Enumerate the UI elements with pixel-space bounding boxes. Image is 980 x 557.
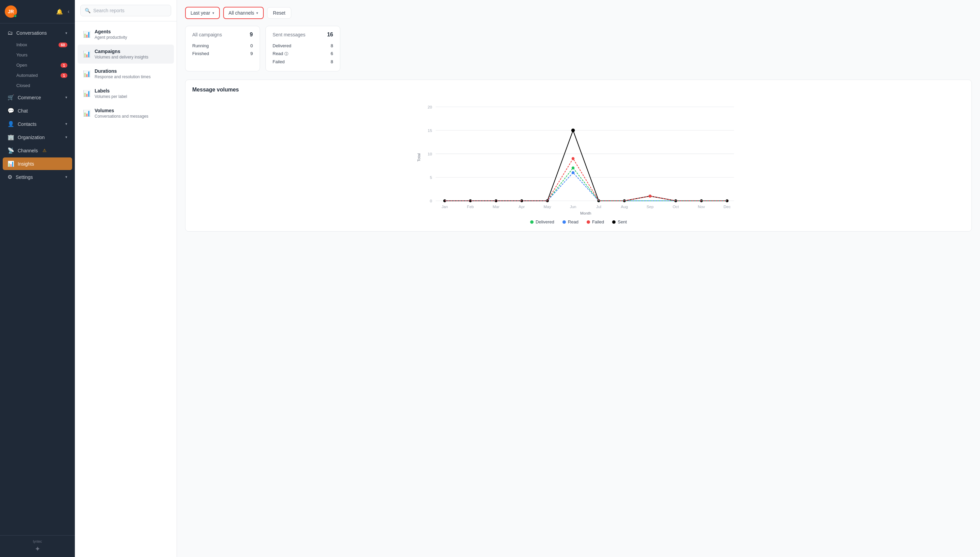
svg-text:Feb: Feb xyxy=(467,204,474,209)
sidebar-header: JR 🔔 ‹ xyxy=(0,0,75,23)
stat-failed: Failed 8 xyxy=(273,58,333,66)
svg-text:Sep: Sep xyxy=(647,204,654,209)
sent-legend-dot xyxy=(612,220,616,224)
legend-failed: Failed xyxy=(586,219,604,225)
report-item-durations[interactable]: 📊 Durations Response and resolution time… xyxy=(78,64,174,83)
sidebar-item-organization[interactable]: 🏢 Organization ▾ xyxy=(3,131,72,143)
report-item-labels[interactable]: 📊 Labels Volumes per label xyxy=(78,84,174,103)
commerce-icon: 🛒 xyxy=(8,94,14,101)
failed-legend-dot xyxy=(586,220,590,224)
svg-text:Apr: Apr xyxy=(519,204,525,209)
period-filter-button[interactable]: Last year ▾ xyxy=(185,7,220,19)
content-area: 🔍 📊 Agents Agent productivity 📊 Campaign… xyxy=(75,0,980,557)
channels-icon: 📡 xyxy=(8,147,14,154)
organization-icon: 🏢 xyxy=(8,134,14,140)
tyntec-brand-label: tyntec xyxy=(33,540,42,543)
volumes-report-icon: 📊 xyxy=(83,109,90,117)
period-chevron-icon: ▾ xyxy=(212,11,214,15)
stat-delivered: Delivered 8 xyxy=(273,42,333,50)
legend-delivered: Delivered xyxy=(530,219,554,225)
sidebar-item-closed[interactable]: Closed xyxy=(3,81,72,90)
svg-text:Jul: Jul xyxy=(596,204,601,209)
sidebar-item-contacts[interactable]: 👤 Contacts ▾ xyxy=(3,118,72,130)
legend-sent: Sent xyxy=(612,219,627,225)
reset-button[interactable]: Reset xyxy=(267,7,291,19)
report-item-volumes[interactable]: 📊 Volumes Conversations and messages xyxy=(78,104,174,123)
sidebar-item-yours[interactable]: Yours xyxy=(3,50,72,60)
sidebar-item-channels[interactable]: 📡 Channels ⚠ xyxy=(3,144,72,157)
chart-legend: Delivered Read Failed Sent xyxy=(192,219,965,225)
contacts-icon: 👤 xyxy=(8,121,14,127)
svg-text:5: 5 xyxy=(430,175,432,179)
svg-text:May: May xyxy=(544,204,551,209)
chevron-down-icon: ▾ xyxy=(65,135,67,139)
automated-badge: 1 xyxy=(60,73,67,78)
campaigns-stats-card: All campaigns 9 Running 0 Finished 9 xyxy=(185,26,260,72)
main-area: 🔍 📊 Agents Agent productivity 📊 Campaign… xyxy=(75,0,980,557)
svg-point-29 xyxy=(571,129,575,132)
chevron-down-icon: ▾ xyxy=(65,175,67,179)
channel-filter-button[interactable]: All channels ▾ xyxy=(223,7,264,19)
notifications-button[interactable]: 🔔 xyxy=(56,8,64,16)
legend-read: Read xyxy=(562,219,578,225)
svg-text:Aug: Aug xyxy=(621,204,628,209)
avatar[interactable]: JR xyxy=(5,5,17,18)
chevron-down-icon: ▾ xyxy=(65,31,67,35)
svg-text:0: 0 xyxy=(430,199,432,203)
svg-text:Jan: Jan xyxy=(441,204,448,209)
delivered-legend-dot xyxy=(530,220,534,224)
search-box: 🔍 xyxy=(80,5,171,16)
reports-sidebar: 🔍 📊 Agents Agent productivity 📊 Campaign… xyxy=(75,0,177,557)
sidebar-nav: 🗂 Conversations ▾ Inbox 60 Yours Open 1 … xyxy=(0,23,75,535)
sidebar-item-insights[interactable]: 📊 Insights xyxy=(3,158,72,170)
insights-icon: 📊 xyxy=(8,161,14,167)
conversations-icon: 🗂 xyxy=(8,30,13,36)
sidebar-item-automated[interactable]: Automated 1 xyxy=(3,70,72,80)
inbox-badge: 60 xyxy=(59,42,67,47)
read-info-icon[interactable]: ⓘ xyxy=(284,52,288,56)
search-icon: 🔍 xyxy=(85,8,90,13)
report-item-campaigns[interactable]: 📊 Campaigns Volumes and delivery insight… xyxy=(78,44,174,64)
sidebar-item-settings[interactable]: ⚙ Settings ▾ xyxy=(3,171,72,183)
channel-chevron-icon: ▾ xyxy=(256,11,258,15)
report-item-agents[interactable]: 📊 Agents Agent productivity xyxy=(78,25,174,44)
agents-report-icon: 📊 xyxy=(83,31,90,38)
search-input[interactable] xyxy=(93,8,167,13)
svg-text:Mar: Mar xyxy=(493,204,500,209)
sidebar-item-conversations[interactable]: 🗂 Conversations ▾ xyxy=(3,27,72,39)
chart-svg: 20 15 10 5 0 Total Jan Feb Mar xyxy=(192,99,965,215)
stat-finished: Finished 9 xyxy=(192,50,253,57)
sidebar-item-open[interactable]: Open 1 xyxy=(3,60,72,70)
filters-bar: Last year ▾ All channels ▾ Reset xyxy=(185,7,972,19)
svg-point-36 xyxy=(572,167,575,170)
chart-section: Message volumes 20 15 xyxy=(185,80,972,231)
chart-title: Message volumes xyxy=(192,87,965,93)
svg-text:Month: Month xyxy=(580,211,591,215)
sidebar-item-chat[interactable]: 💬 Chat xyxy=(3,104,72,117)
svg-text:10: 10 xyxy=(428,151,432,156)
tyntec-logo-icon: ✦ xyxy=(35,545,41,553)
read-legend-dot xyxy=(562,220,566,224)
chevron-down-icon: ▾ xyxy=(65,95,67,99)
report-list: 📊 Agents Agent productivity 📊 Campaigns … xyxy=(75,21,176,557)
messages-stats-card: Sent messages 16 Delivered 8 Read ⓘ 6 xyxy=(265,26,340,72)
open-badge: 1 xyxy=(60,63,67,68)
avatar-status-dot xyxy=(14,15,17,17)
durations-report-icon: 📊 xyxy=(83,70,90,78)
sidebar-header-icons: 🔔 ‹ xyxy=(56,8,70,16)
collapse-sidebar-button[interactable]: ‹ xyxy=(67,8,70,15)
svg-text:15: 15 xyxy=(428,128,432,133)
search-container: 🔍 xyxy=(75,0,176,21)
channels-warning-icon: ⚠ xyxy=(42,148,47,153)
sidebar-item-inbox[interactable]: Inbox 60 xyxy=(3,40,72,50)
stat-read: Read ⓘ 6 xyxy=(273,50,333,58)
svg-text:Total: Total xyxy=(416,153,421,162)
campaigns-report-icon: 📊 xyxy=(83,50,90,58)
svg-text:20: 20 xyxy=(428,105,432,109)
svg-text:Jun: Jun xyxy=(570,204,577,209)
stat-running: Running 0 xyxy=(192,42,253,50)
sidebar-item-commerce[interactable]: 🛒 Commerce ▾ xyxy=(3,91,72,104)
labels-report-icon: 📊 xyxy=(83,90,90,97)
chat-icon: 💬 xyxy=(8,107,14,114)
svg-text:Nov: Nov xyxy=(698,204,705,209)
